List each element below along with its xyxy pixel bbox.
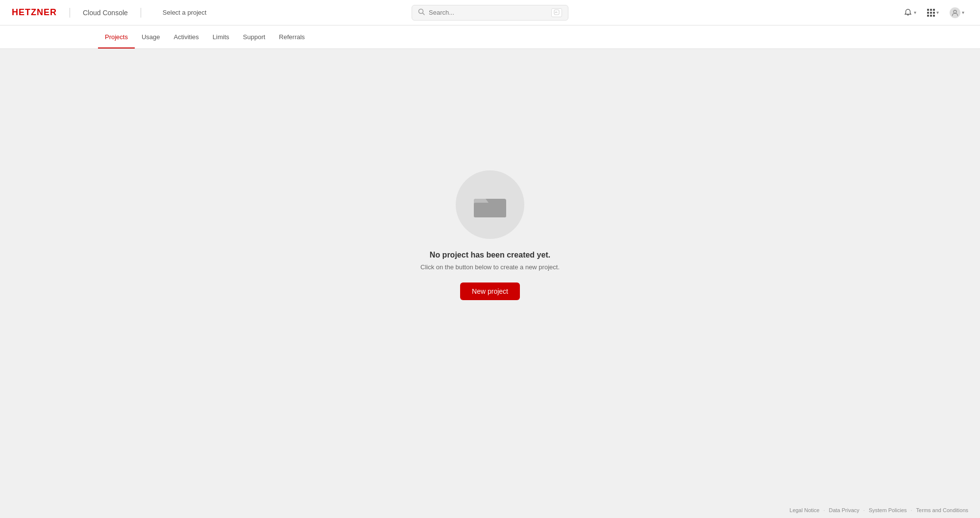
bell-icon xyxy=(904,8,912,17)
app-name: Cloud Console xyxy=(83,9,128,17)
search-icon xyxy=(418,8,425,17)
logo-area: HETZNER Cloud Console Select a project xyxy=(12,7,206,18)
folder-illustration xyxy=(456,170,524,239)
user-avatar xyxy=(950,7,960,18)
apps-chevron: ▾ xyxy=(936,10,939,15)
svg-rect-5 xyxy=(474,203,506,217)
header: HETZNER Cloud Console Select a project xyxy=(0,0,980,25)
terms-link[interactable]: Terms and Conditions xyxy=(916,507,968,513)
legal-notice-link[interactable]: Legal Notice xyxy=(789,507,819,513)
tab-projects[interactable]: Projects xyxy=(98,25,135,48)
search-shortcut-badge xyxy=(551,8,562,17)
footer-sep-1: · xyxy=(823,507,825,513)
apps-button[interactable]: ▾ xyxy=(923,6,943,20)
bell-chevron: ▾ xyxy=(914,10,916,15)
tab-referrals[interactable]: Referrals xyxy=(272,25,312,48)
nav-tabs: Projects Usage Activities Limits Support… xyxy=(0,25,980,49)
data-privacy-link[interactable]: Data Privacy xyxy=(829,507,859,513)
svg-point-3 xyxy=(954,10,956,13)
tab-limits[interactable]: Limits xyxy=(206,25,236,48)
search-input[interactable] xyxy=(429,9,547,16)
header-right: ▾ ▾ ▾ xyxy=(900,4,968,21)
tab-activities[interactable]: Activities xyxy=(167,25,206,48)
header-divider xyxy=(70,8,70,18)
logo[interactable]: HETZNER xyxy=(12,7,57,18)
logo-text: HETZNER xyxy=(12,7,57,18)
tab-support[interactable]: Support xyxy=(236,25,272,48)
project-selector[interactable]: Select a project xyxy=(163,9,207,16)
footer-sep-2: · xyxy=(863,507,865,513)
user-button[interactable]: ▾ xyxy=(946,4,968,21)
tab-usage[interactable]: Usage xyxy=(135,25,167,48)
user-chevron: ▾ xyxy=(962,10,964,15)
notifications-button[interactable]: ▾ xyxy=(900,5,920,20)
empty-title: No project has been created yet. xyxy=(430,251,550,259)
empty-subtitle: Click on the button below to create a ne… xyxy=(420,263,560,271)
folder-icon xyxy=(473,190,507,219)
grid-icon xyxy=(927,9,935,17)
footer: Legal Notice · Data Privacy · System Pol… xyxy=(778,502,980,518)
header-divider2 xyxy=(141,8,141,18)
svg-line-1 xyxy=(423,13,425,15)
system-policies-link[interactable]: System Policies xyxy=(869,507,907,513)
empty-state: No project has been created yet. Click o… xyxy=(420,170,560,300)
new-project-button[interactable]: New project xyxy=(460,283,520,300)
main-content: No project has been created yet. Click o… xyxy=(0,49,980,421)
search-bar[interactable] xyxy=(412,5,568,21)
footer-sep-3: · xyxy=(911,507,912,513)
